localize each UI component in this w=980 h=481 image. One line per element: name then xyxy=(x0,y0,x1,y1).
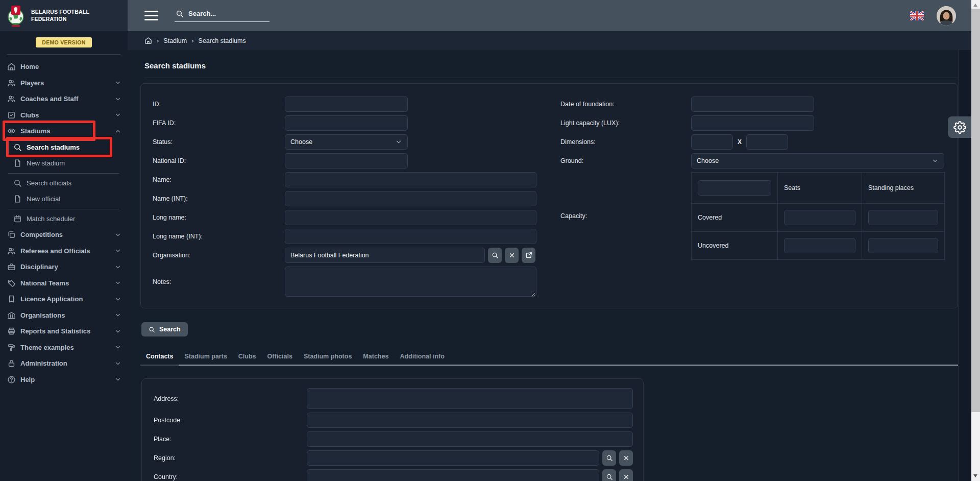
sidebar-item-national-teams[interactable]: National Teams xyxy=(0,275,128,292)
sidebar-item-help[interactable]: Help xyxy=(0,372,128,388)
scrollbar-down-arrow-icon[interactable] xyxy=(973,474,977,477)
vertical-scrollbar[interactable] xyxy=(971,0,980,481)
result-tabs: Contacts Stadium parts Clubs Officials S… xyxy=(140,353,958,366)
breadcrumb-separator: › xyxy=(191,37,193,44)
tab-officials[interactable]: Officials xyxy=(262,353,298,365)
dimensions-width-field[interactable] xyxy=(746,134,788,150)
country-field[interactable] xyxy=(307,469,599,481)
tab-matches[interactable]: Matches xyxy=(357,353,394,365)
national-id-field[interactable] xyxy=(285,153,408,169)
date-of-foundation-label: Date of foundation: xyxy=(560,101,691,108)
region-search-button[interactable] xyxy=(602,450,616,466)
sidebar-item-new-stadium[interactable]: New stadium xyxy=(0,155,128,172)
long-name-field[interactable] xyxy=(285,210,536,225)
search-input[interactable] xyxy=(188,10,267,17)
breadcrumb-item-stadium[interactable]: Stadium xyxy=(163,37,187,44)
sidebar-item-match-scheduler[interactable]: Match scheduler xyxy=(0,211,128,227)
name-field[interactable] xyxy=(285,172,536,187)
tab-additional-info[interactable]: Additional info xyxy=(394,353,450,365)
fifa-id-field[interactable] xyxy=(285,115,408,131)
address-field[interactable] xyxy=(307,388,633,409)
tag-icon xyxy=(7,279,16,287)
breadcrumb-item-search-stadiums[interactable]: Search stadiums xyxy=(199,37,246,44)
sidebar-item-disciplinary[interactable]: Disciplinary xyxy=(0,259,128,275)
printer-icon xyxy=(7,327,16,335)
ground-select[interactable]: Choose xyxy=(691,153,944,169)
language-flag-uk-icon[interactable] xyxy=(910,11,924,20)
sidebar-item-label: Referees and Officials xyxy=(20,247,114,255)
sidebar-item-label: Clubs xyxy=(20,111,114,119)
hamburger-menu-icon[interactable] xyxy=(144,11,158,20)
scrollbar-up-arrow-icon[interactable] xyxy=(973,4,977,7)
search-icon xyxy=(149,326,155,333)
status-select[interactable]: Choose xyxy=(285,134,408,150)
sidebar-item-search-stadiums[interactable]: Search stadiums xyxy=(0,139,128,156)
organisation-open-button[interactable] xyxy=(522,248,535,263)
notes-field[interactable] xyxy=(285,267,536,297)
uncovered-standing-field[interactable] xyxy=(868,238,938,253)
place-label: Place: xyxy=(154,436,307,443)
organisation-search-button[interactable] xyxy=(488,248,502,263)
search-icon xyxy=(176,10,184,18)
date-of-foundation-field[interactable] xyxy=(691,97,814,112)
sidebar-item-administration[interactable]: Administration xyxy=(0,355,128,372)
sidebar-item-competitions[interactable]: Competitions xyxy=(0,227,128,243)
sidebar-item-clubs[interactable]: Clubs xyxy=(0,107,128,124)
sidebar-item-theme-examples[interactable]: Theme examples xyxy=(0,340,128,356)
place-field[interactable] xyxy=(307,431,633,447)
bookmark-icon xyxy=(7,295,16,303)
sidebar-item-stadiums[interactable]: Stadiums xyxy=(0,123,128,139)
light-capacity-field[interactable] xyxy=(691,115,814,131)
close-icon xyxy=(623,473,630,480)
postcode-field[interactable] xyxy=(307,413,633,428)
organisation-field[interactable] xyxy=(285,248,485,263)
tab-contacts[interactable]: Contacts xyxy=(140,353,179,366)
sidebar-item-licence-application[interactable]: Licence Application xyxy=(0,291,128,307)
chevron-down-icon xyxy=(114,263,121,271)
users-icon xyxy=(7,94,16,103)
id-field[interactable] xyxy=(285,97,408,112)
country-label: Country: xyxy=(154,473,307,480)
country-clear-button[interactable] xyxy=(619,469,633,481)
capacity-row-uncovered: Uncovered xyxy=(692,232,778,260)
ground-select-value: Choose xyxy=(697,157,719,164)
chevron-down-icon xyxy=(114,95,121,103)
sidebar-item-label: Home xyxy=(20,63,121,70)
sidebar-item-coaches-and-staff[interactable]: Coaches and Staff xyxy=(0,91,128,107)
covered-seats-field[interactable] xyxy=(784,210,855,225)
organisation-clear-button[interactable] xyxy=(505,248,519,263)
search-icon xyxy=(492,252,499,259)
settings-button[interactable] xyxy=(948,116,971,138)
chevron-down-icon xyxy=(114,360,121,367)
sidebar-item-new-official[interactable]: New official xyxy=(0,191,128,207)
region-clear-button[interactable] xyxy=(619,450,633,466)
tab-stadium-parts[interactable]: Stadium parts xyxy=(179,353,232,365)
home-icon[interactable] xyxy=(144,37,152,44)
sidebar-item-label: Search stadiums xyxy=(27,143,121,151)
sidebar-item-players[interactable]: Players xyxy=(0,75,128,91)
divider xyxy=(8,209,119,209)
tab-stadium-photos[interactable]: Stadium photos xyxy=(298,353,357,365)
sidebar-item-home[interactable]: Home xyxy=(0,59,128,75)
covered-standing-field[interactable] xyxy=(868,210,938,225)
sidebar-item-label: Competitions xyxy=(20,231,114,238)
close-icon xyxy=(508,252,516,259)
capacity-total-field[interactable] xyxy=(698,180,771,196)
country-search-button[interactable] xyxy=(602,469,616,481)
notes-label: Notes: xyxy=(153,278,285,285)
uncovered-seats-field[interactable] xyxy=(784,238,855,253)
name-int-field[interactable] xyxy=(285,191,536,206)
sidebar-item-referees-and-officials[interactable]: Referees and Officials xyxy=(0,243,128,259)
user-avatar[interactable] xyxy=(937,6,956,26)
dimensions-length-field[interactable] xyxy=(691,134,733,150)
sidebar-item-organisations[interactable]: Organisations xyxy=(0,307,128,324)
global-search[interactable] xyxy=(175,10,270,22)
tab-clubs[interactable]: Clubs xyxy=(233,353,262,365)
scrollbar-thumb[interactable] xyxy=(971,9,980,412)
sidebar-item-label: Reports and Statistics xyxy=(20,327,114,335)
region-field[interactable] xyxy=(307,450,599,466)
search-button[interactable]: Search xyxy=(141,322,188,336)
long-name-int-field[interactable] xyxy=(285,229,536,244)
sidebar-item-reports-and-statistics[interactable]: Reports and Statistics xyxy=(0,323,128,340)
sidebar-item-search-officials[interactable]: Search officials xyxy=(0,175,128,191)
